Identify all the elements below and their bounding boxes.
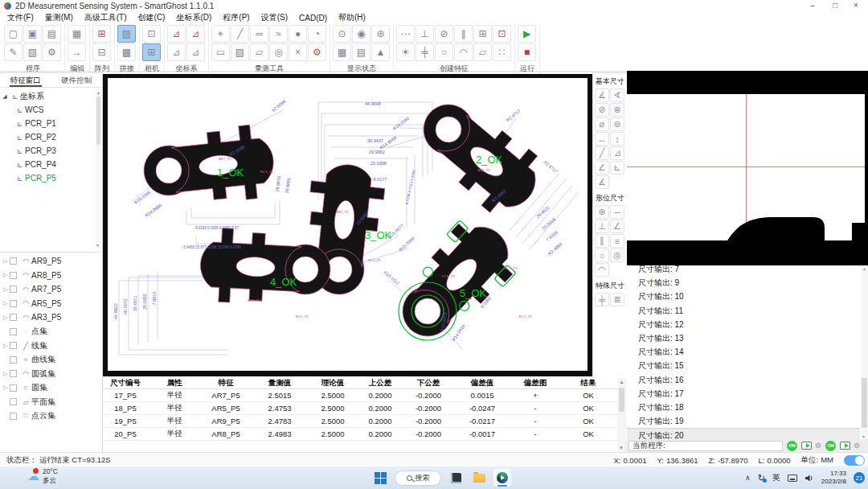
circle-diameter-button[interactable]: ⊘ bbox=[595, 103, 609, 117]
screen-capture-icon[interactable] bbox=[801, 442, 812, 450]
table-row[interactable]: 19_P5半径AR9_P52.47832.50000.2000-0.2000-0… bbox=[103, 415, 617, 428]
coord-axis-align-button[interactable]: ⊿ bbox=[167, 43, 186, 61]
sync-icon[interactable]: ↻ bbox=[758, 473, 765, 483]
start-button[interactable] bbox=[371, 469, 389, 487]
stop-button[interactable]: ■ bbox=[518, 43, 536, 61]
tree-item-pcr_p1[interactable]: ⊾PCR_P1 bbox=[0, 117, 96, 130]
dim-output-row[interactable]: 尺寸输出: 18 bbox=[627, 401, 860, 414]
feature-item-ar9_p5[interactable]: ▷◠AR9_P5 bbox=[0, 254, 102, 269]
array-cancel-button[interactable]: ⊟ bbox=[92, 43, 111, 61]
search-config-button[interactable]: ⚙ bbox=[308, 43, 326, 61]
touch-keyboard-icon[interactable] bbox=[788, 475, 797, 482]
create-distance-button[interactable]: ╪ bbox=[416, 43, 434, 61]
angle-point-a-button[interactable]: ∡ bbox=[595, 88, 609, 102]
ime-indicator[interactable]: 英 bbox=[772, 472, 780, 483]
create-spot-button[interactable]: ☀ bbox=[396, 43, 415, 61]
feature-item-圆集[interactable]: ▷○圆集 bbox=[0, 381, 102, 396]
expand-chevron-icon[interactable]: ▷ bbox=[0, 343, 10, 349]
tree-scrollbar[interactable]: ▴▾ bbox=[96, 89, 101, 249]
step-run-button[interactable]: → bbox=[68, 43, 86, 61]
dim-list-scrollbar[interactable]: ▴▾ bbox=[861, 265, 868, 439]
program-export-icon[interactable] bbox=[840, 442, 850, 450]
tree-expander-icon[interactable]: ◢ bbox=[0, 93, 10, 100]
roi-rect-button[interactable]: ▭ bbox=[211, 43, 230, 61]
show-3d-button[interactable]: ▲ bbox=[371, 43, 390, 61]
dim-output-row[interactable]: 尺寸输出: 10 bbox=[627, 290, 860, 303]
feature-checkbox[interactable] bbox=[10, 342, 17, 349]
new-program-button[interactable]: ▢ bbox=[4, 25, 23, 43]
menu-item-2[interactable]: 高级工具(T) bbox=[79, 12, 133, 23]
feature-checkbox[interactable] bbox=[10, 384, 17, 392]
expand-chevron-icon[interactable]: ▷ bbox=[0, 371, 10, 377]
tab-feature-window[interactable]: 特征窗口 bbox=[0, 73, 51, 87]
create-tangent-button[interactable]: ⊘ bbox=[435, 25, 453, 43]
camera-capture-button[interactable]: ⊡ bbox=[142, 25, 161, 43]
feature-item-ar3_p5[interactable]: ▷◠AR3_P5 bbox=[0, 310, 102, 325]
coord-axis-wcs-button[interactable]: ⊿ bbox=[167, 25, 186, 43]
menu-item-0[interactable]: 文件(F) bbox=[2, 12, 39, 23]
tree-root-coordinate-system[interactable]: ◢⊾坐标系 bbox=[0, 89, 96, 103]
menu-item-6[interactable]: 设置(S) bbox=[256, 12, 293, 23]
tree-item-wcs[interactable]: ⊾WCS bbox=[0, 103, 96, 117]
show-dim-state-2-button[interactable]: ◉ bbox=[352, 25, 371, 43]
array-create-button[interactable]: ⊞ bbox=[92, 25, 111, 43]
circle-tool-button[interactable]: ● bbox=[289, 25, 307, 43]
feature-item-平面集[interactable]: ▱平面集 bbox=[0, 395, 102, 409]
expand-chevron-icon[interactable]: ▷ bbox=[0, 300, 10, 306]
create-points-button[interactable]: ⋯ bbox=[396, 25, 415, 43]
dim-output-row[interactable]: 尺寸输出: 17 bbox=[627, 387, 860, 401]
feature-checkbox[interactable] bbox=[10, 370, 17, 377]
dim-output-row[interactable]: 尺寸输出: 20 bbox=[627, 428, 860, 439]
feature-checkbox[interactable] bbox=[10, 286, 17, 293]
roundness-button[interactable]: ○ bbox=[595, 249, 609, 262]
feature-checkbox[interactable] bbox=[10, 398, 17, 405]
table-row[interactable]: 20_P5半径AR8_P52.49832.50000.2000-0.2000-0… bbox=[103, 428, 617, 441]
feature-item-点集[interactable]: ∙点集 bbox=[0, 325, 102, 339]
open-program-button[interactable]: ▣ bbox=[23, 25, 42, 43]
profile-arc-button[interactable]: ◠ bbox=[595, 263, 609, 277]
expand-chevron-icon[interactable]: ▷ bbox=[0, 314, 10, 321]
unit-toggle[interactable] bbox=[844, 455, 865, 466]
create-perpendicular-button[interactable]: ⊥ bbox=[416, 25, 434, 43]
parallel-tool-button[interactable]: ═ bbox=[250, 25, 268, 43]
line-dim-button[interactable]: ╱ bbox=[595, 146, 609, 160]
tree-item-pcr_p5[interactable]: ⊾PCR_P5 bbox=[0, 171, 96, 185]
notification-badge[interactable]: 21 bbox=[854, 472, 865, 483]
roi-rounded-button[interactable]: ▱ bbox=[250, 43, 268, 61]
feature-item-曲线集[interactable]: ≈曲线集 bbox=[0, 353, 102, 368]
angularity-button[interactable]: ∠ bbox=[610, 220, 624, 233]
camera-settings-gear-icon[interactable]: ⚙ bbox=[815, 442, 821, 450]
close-button[interactable]: × bbox=[845, 0, 866, 12]
run-button[interactable]: ▶ bbox=[518, 25, 536, 43]
dim-output-row[interactable]: 尺寸输出: 13 bbox=[627, 331, 860, 345]
feature-item-圆弧集[interactable]: ▷◠圆弧集 bbox=[0, 367, 102, 381]
feature-item-ar7_p5[interactable]: ▷◠AR7_P5 bbox=[0, 282, 102, 297]
concentricity-button[interactable]: ◎ bbox=[610, 249, 624, 262]
dim-output-row[interactable]: 尺寸输出: 15 bbox=[627, 359, 860, 372]
stitch-image-button[interactable]: ▨ bbox=[117, 25, 136, 43]
perpendicularity-button[interactable]: ⊥ bbox=[595, 220, 609, 233]
dim-output-row[interactable]: 尺寸输出: 14 bbox=[627, 345, 860, 359]
taskbar-clock[interactable]: 17:33 2023/2/8 bbox=[821, 470, 846, 487]
menu-item-7[interactable]: CAD(D) bbox=[293, 14, 333, 23]
program-on-badge[interactable]: ON bbox=[825, 441, 836, 451]
feature-checkbox[interactable] bbox=[10, 272, 17, 279]
feature-item-ar8_p5[interactable]: ▷◠AR8_P5 bbox=[0, 269, 102, 283]
expand-chevron-icon[interactable]: ▷ bbox=[0, 272, 10, 278]
minimize-button[interactable]: – bbox=[802, 0, 823, 12]
circle-cross-button[interactable]: ⊗ bbox=[610, 103, 624, 117]
pie-tool-button[interactable]: ◔ bbox=[308, 25, 326, 43]
roi-hatch-button[interactable]: ▨ bbox=[231, 43, 249, 61]
expand-chevron-icon[interactable]: ▷ bbox=[0, 258, 10, 265]
menu-item-1[interactable]: 量测(M) bbox=[39, 12, 79, 23]
tree-item-pcr_p3[interactable]: ⊾PCR_P3 bbox=[0, 144, 96, 158]
measurement-canvas[interactable]: 62.509844.964839.943729.996220.03988.017… bbox=[103, 74, 592, 376]
create-arc-button[interactable]: ◠ bbox=[454, 43, 473, 61]
camera-viewport[interactable] bbox=[627, 94, 865, 240]
angle-point-b-button[interactable]: ∢ bbox=[610, 88, 624, 102]
vertical-distance-button[interactable]: ↕ bbox=[610, 132, 624, 146]
tree-item-pcr_p4[interactable]: ⊾PCR_P4 bbox=[0, 158, 96, 171]
line-tool-button[interactable]: ╱ bbox=[231, 25, 249, 43]
create-plane-button[interactable]: ▱ bbox=[473, 43, 492, 61]
list-output-button[interactable]: ≣ bbox=[610, 293, 624, 306]
